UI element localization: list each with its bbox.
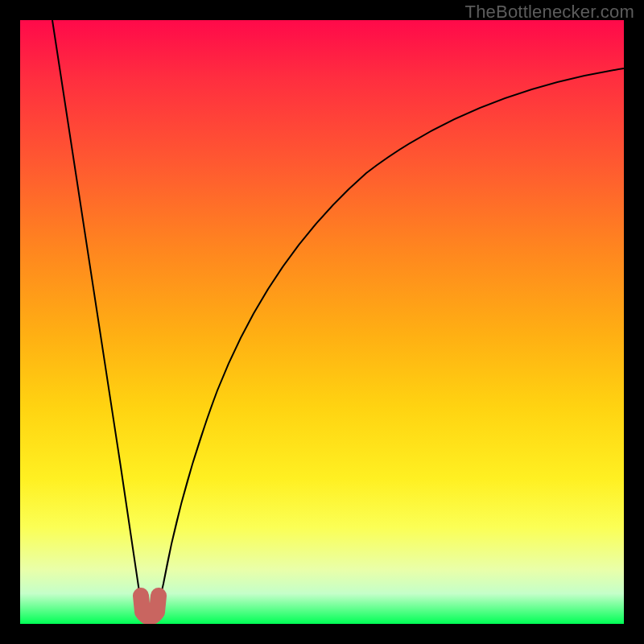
bottleneck-curve-left xyxy=(52,20,143,612)
optimum-marker-icon xyxy=(141,596,159,617)
plot-area xyxy=(20,20,624,624)
chart-frame: TheBottlenecker.com xyxy=(0,0,644,644)
curve-layer xyxy=(20,20,624,624)
bottleneck-curve-right xyxy=(157,68,624,612)
